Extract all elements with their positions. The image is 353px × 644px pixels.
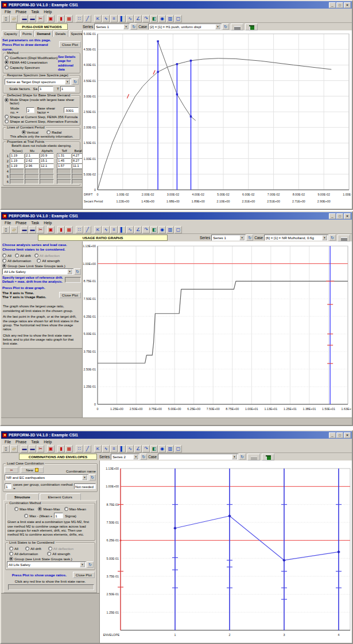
group-dropdown[interactable]: All Life Safety▼ [7,561,86,568]
combination-dropdown[interactable]: NR and EC earthquakes▼ [5,474,88,481]
menu-phase[interactable]: Phase [13,221,29,225]
refresh-series-button[interactable]: ↻ [140,454,147,460]
trial-cell[interactable]: 1.45 [57,158,71,163]
radio-all-drift[interactable]: All drift [15,253,31,257]
members-icon[interactable]: ╱ [84,15,91,22]
save-as-icon[interactable]: ▬ [29,226,36,233]
minimize-button[interactable]: _ [329,432,336,438]
radio-all-strength[interactable]: All strength [47,552,70,556]
menu-file[interactable]: File [2,440,13,444]
menu-file[interactable]: File [2,221,13,225]
trial-cell[interactable]: 2.62 [25,158,39,163]
delete-combination-button[interactable]: ✂ [5,467,18,473]
open-folder-icon[interactable]: ▱ [10,226,18,233]
building-icon[interactable]: ▮ [57,226,65,233]
menu-help[interactable]: Help [41,221,54,225]
t-scale-input[interactable] [60,86,75,92]
ramp-icon[interactable]: ∠ [134,226,142,233]
refresh-case-button[interactable]: ↻ [222,24,229,30]
trial-cell[interactable]: 2.1 [25,153,39,158]
maximize-button[interactable]: □ [336,2,343,8]
series-dropdown[interactable]: Series 2▼ [111,454,139,460]
perform-screen-icon[interactable]: ▣ [47,15,55,22]
radio-fema440[interactable]: FEMA 440 Linearization [5,60,58,64]
stair-icon[interactable]: ≡ [110,445,118,452]
radio-coefficient[interactable]: Coefficient (Displ Modification) [5,56,58,60]
radio-all[interactable]: All [9,547,18,551]
maximize-button[interactable]: □ [336,432,343,438]
usage-icon[interactable]: ▥ [166,15,174,22]
refresh-combination-button[interactable]: ↻ [89,474,96,481]
radio-capacity-spectrum[interactable]: Capacity Spectrum [5,65,58,69]
trial-cell[interactable]: 12.1 [40,163,54,169]
maximize-button[interactable]: □ [336,213,343,219]
radio-all-drift[interactable]: All drift [25,547,41,551]
sa-scale-input[interactable] [38,86,53,92]
menu-help[interactable]: Help [41,10,54,14]
mode-no-input[interactable] [26,107,34,113]
tab-structure[interactable]: Structure [6,493,39,500]
hook-icon[interactable]: ↷ [142,15,150,22]
close-button[interactable]: ✕ [344,432,351,438]
column-icon[interactable]: ▌ [118,15,126,22]
close-button[interactable]: ✕ [344,213,351,219]
lightning-icon[interactable]: ϟ [102,445,110,452]
menu-task[interactable]: Task [29,221,41,225]
spectrum-dropdown[interactable]: Same as Target Displ spectrum▼ [5,79,71,85]
frame-grid-icon[interactable]: ▦ [65,445,73,452]
radio-radial[interactable]: Radial [46,130,62,134]
chart-icon[interactable]: ◧ [150,15,158,22]
sigma-input[interactable] [54,513,63,518]
bsf-input[interactable] [64,107,79,113]
building-icon[interactable]: ▮ [57,445,65,452]
radio-max-mean-sigma[interactable]: Max - (Mean + [24,514,52,518]
k-brace-icon[interactable]: K [94,226,102,233]
save-plot-button[interactable] [262,454,274,460]
trial-cell[interactable]: 20.9 [40,153,54,158]
trial-cell[interactable]: 11.1 [72,163,83,169]
radio-group[interactable]: Group (see Limit State Groups task.) [9,557,94,561]
radio-max-mean[interactable]: Max-Mean [64,507,86,511]
title-bar[interactable]: PERFORM-3D V4.1.0 : Example CSI1 _ □ ✕ [1,1,352,9]
case-dropdown[interactable]: [2] = [1] = H1 push, uniform displ▼ [148,24,222,30]
open-folder-icon[interactable]: ▱ [10,15,18,22]
new-page-icon[interactable]: ▯ [2,226,10,233]
members-icon[interactable]: ╱ [84,445,91,452]
radio-mode-shape[interactable]: Mode Shape (mode with largest base shear… [5,98,79,106]
trial-cell[interactable]: 1.57 [57,163,71,169]
frame-grid-icon[interactable]: ▦ [65,226,73,233]
radio-max-max[interactable]: Max-Max [14,507,34,511]
tab-demand[interactable]: Demand [34,30,52,37]
ramp-icon[interactable]: ∠ [134,15,142,22]
chart-icon[interactable]: ◧ [150,226,158,233]
monitor-icon[interactable]: ▢ [174,15,182,22]
tab-spectra[interactable]: Spectra [69,30,83,37]
case-dropdown[interactable]: [6] = [1] = NR Mulholland, 0.6g▼ [264,235,328,241]
close-button[interactable]: ✕ [344,2,351,8]
trial-cell[interactable]: 8.27 [72,158,83,163]
column-icon[interactable]: ▌ [118,226,126,233]
menu-task[interactable]: Task [29,10,41,14]
refresh-case-button[interactable]: ↻ [239,454,246,460]
refresh-group-button[interactable]: ↻ [74,268,81,275]
radio-all-deformation[interactable]: All deformation [2,259,31,263]
delete-icon[interactable]: ✂ [37,226,44,233]
perform-screen-icon[interactable]: ▣ [47,445,55,452]
trial-cell[interactable]: 15.1 [40,158,54,163]
wave-icon[interactable]: ∿ [126,226,134,233]
graph-icon[interactable]: ◉ [158,15,166,22]
members-icon[interactable]: ╱ [84,226,91,233]
hook-icon[interactable]: ↷ [142,226,150,233]
cases-per-group-input[interactable] [5,483,11,489]
chart-icon[interactable]: ◧ [150,445,158,452]
k-brace-icon[interactable]: K [94,15,102,22]
radio-all[interactable]: All [2,253,11,257]
trial-cell[interactable]: 4.27 [72,153,83,158]
lightning-icon[interactable]: ϟ [102,15,110,22]
print-button[interactable] [231,24,243,30]
stair-icon[interactable]: ≡ [110,226,118,233]
usage-icon[interactable]: ▥ [166,445,174,452]
new-page-icon[interactable]: ▯ [2,445,10,452]
monitor-icon[interactable]: ▢ [174,226,182,233]
close-plot-button[interactable]: Close Plot [73,572,95,578]
